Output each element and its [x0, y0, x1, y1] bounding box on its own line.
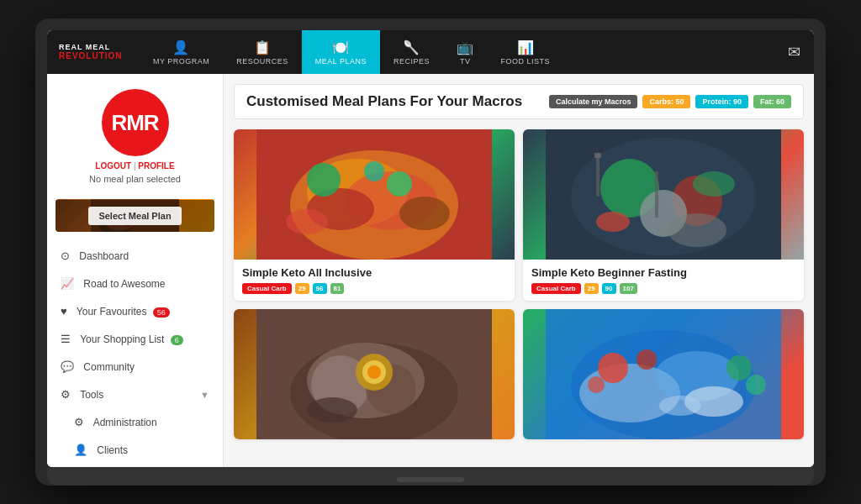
brand-logo: REAL MEAL REVOLUTION	[47, 44, 140, 61]
sidebar-item-tools[interactable]: ⚙ Tools ▼	[47, 381, 223, 408]
select-meal-button[interactable]: Select Meal Plan	[88, 207, 181, 225]
meal-card-2[interactable]	[234, 309, 515, 439]
sidebar-item-road-to-awesome[interactable]: 📈 Road to Awesome	[47, 270, 223, 297]
meal-card-img-2	[234, 309, 515, 439]
favourites-label: Your Favourites	[77, 306, 147, 318]
brand-line2: REVOLUTION	[59, 51, 128, 60]
nav-label-my-program: MY PROGRAM	[153, 57, 209, 66]
protein-button[interactable]: Protein: 90	[695, 95, 748, 108]
food-lists-icon: 📊	[517, 39, 535, 55]
tag-casual-1: Casual Carb	[531, 283, 581, 294]
nav-item-tv[interactable]: 📺 TV	[443, 30, 488, 74]
favourites-icon: ♥	[61, 305, 67, 318]
tools-chevron-icon: ▼	[200, 390, 209, 400]
food-svg-3	[234, 309, 515, 439]
meal-card-img-3	[523, 309, 804, 439]
tools-icon: ⚙	[61, 388, 71, 401]
rmr-logo: RMR	[102, 89, 169, 156]
favourites-badge: 56	[153, 307, 170, 318]
meal-preview-overlay: Select Meal Plan	[55, 200, 214, 232]
shopping-label: Your Shopping List	[80, 333, 164, 345]
nav-label-resources: RESOURCES	[236, 57, 288, 66]
nav-label-meal-plans: MEAL PLANS	[315, 57, 367, 66]
profile-link[interactable]: PROFILE	[138, 161, 174, 171]
meal-plans-icon: 🍽️	[332, 39, 350, 55]
community-icon: 💬	[61, 360, 74, 373]
tools-label: Tools	[80, 389, 103, 401]
meal-card-img-1	[523, 129, 804, 260]
macro-buttons: Calculate my Macros Carbs: 50 Protein: 9…	[549, 95, 791, 108]
tag-fat-1: 107	[620, 283, 637, 294]
resources-icon: 📋	[254, 39, 272, 55]
carbs-button[interactable]: Carbs: 50	[642, 95, 690, 108]
main-content: Customised Meal Plans For Your Macros Ca…	[224, 74, 814, 467]
nav-item-recipes[interactable]: 🥄 RECIPES	[380, 30, 443, 74]
meal-card-tags-1: Casual Carb 29 90 107	[531, 283, 795, 294]
recipes-icon: 🥄	[403, 39, 420, 55]
sidebar: RMR LOGOUT | PROFILE No meal plan select…	[47, 74, 224, 467]
laptop-frame: REAL MEAL REVOLUTION 👤 MY PROGRAM 📋 RESO…	[35, 18, 826, 486]
meal-preview-image[interactable]: Select Meal Plan	[55, 199, 214, 232]
tag-protein-1: 90	[602, 283, 616, 294]
meal-card-info-1: Simple Keto Beginner Fasting Casual Carb…	[523, 260, 804, 301]
meal-card-img-0	[234, 129, 515, 260]
laptop-base	[47, 467, 814, 486]
road-icon: 📈	[61, 277, 74, 290]
sidebar-item-favourites[interactable]: ♥ Your Favourites 56	[47, 297, 223, 325]
dashboard-icon: ⊙	[61, 249, 70, 262]
sidebar-item-shopping-list[interactable]: ☰ Your Shopping List 6	[47, 325, 223, 353]
tag-protein-0: 96	[313, 283, 327, 294]
food-svg-1	[234, 129, 515, 260]
clients-label: Clients	[97, 444, 128, 456]
svg-rect-41	[256, 309, 492, 439]
meal-card-title-1: Simple Keto Beginner Fasting	[531, 266, 795, 279]
svg-rect-54	[546, 309, 781, 439]
no-meal-text: No meal plan selected	[89, 174, 181, 184]
laptop-notch	[397, 477, 464, 482]
meal-card-title-0: Simple Keto All Inclusive	[242, 266, 506, 279]
nav-item-meal-plans[interactable]: 🍽️ MEAL PLANS	[302, 30, 380, 74]
shopping-badge: 6	[171, 335, 183, 345]
mail-button[interactable]: ✉	[774, 43, 814, 61]
sidebar-item-community[interactable]: 💬 Community	[47, 353, 223, 381]
meal-card-0[interactable]: Simple Keto All Inclusive Casual Carb 29…	[234, 129, 515, 301]
food-svg-4	[523, 309, 804, 439]
sidebar-item-dashboard[interactable]: ⊙ Dashboard	[47, 242, 223, 270]
mail-icon: ✉	[788, 44, 800, 60]
page-title: Customised Meal Plans For Your Macros	[246, 93, 549, 110]
meal-cards-grid: Simple Keto All Inclusive Casual Carb 29…	[234, 129, 804, 439]
tag-carb-1: 29	[584, 283, 599, 294]
sidebar-logo-area: RMR LOGOUT | PROFILE No meal plan select…	[47, 74, 223, 192]
fat-button[interactable]: Fat: 60	[753, 95, 791, 108]
nav-label-food-lists: FOOD LISTS	[501, 57, 551, 66]
main-area: RMR LOGOUT | PROFILE No meal plan select…	[47, 74, 814, 467]
community-label: Community	[83, 361, 135, 373]
sidebar-item-administration[interactable]: ⚙ Administration	[47, 408, 223, 436]
nav-label-recipes: RECIPES	[394, 57, 430, 66]
road-label: Road to Awesome	[83, 278, 165, 290]
nav-item-food-lists[interactable]: 📊 FOOD LISTS	[488, 30, 564, 74]
clients-icon: 👤	[74, 444, 87, 456]
screen: REAL MEAL REVOLUTION 👤 MY PROGRAM 📋 RESO…	[47, 30, 814, 467]
nav-item-resources[interactable]: 📋 RESOURCES	[223, 30, 302, 74]
top-nav: REAL MEAL REVOLUTION 👤 MY PROGRAM 📋 RESO…	[47, 30, 814, 74]
nav-item-my-program[interactable]: 👤 MY PROGRAM	[140, 30, 223, 74]
brand-line1: REAL MEAL	[59, 44, 128, 52]
meal-card-tags-0: Casual Carb 29 96 81	[242, 283, 506, 294]
meal-card-3[interactable]	[523, 309, 804, 439]
meal-card-1[interactable]: Simple Keto Beginner Fasting Casual Carb…	[523, 129, 804, 301]
meal-card-info-0: Simple Keto All Inclusive Casual Carb 29…	[234, 260, 515, 301]
sidebar-item-clients[interactable]: 👤 Clients	[47, 436, 223, 464]
dashboard-label: Dashboard	[79, 250, 129, 262]
admin-icon: ⚙	[74, 416, 84, 428]
nav-items-container: 👤 MY PROGRAM 📋 RESOURCES 🍽️ MEAL PLANS 🥄…	[140, 30, 814, 74]
shopping-icon: ☰	[61, 333, 71, 345]
content-header: Customised Meal Plans For Your Macros Ca…	[234, 84, 804, 119]
logout-link[interactable]: LOGOUT	[95, 161, 131, 171]
tag-fat-0: 81	[330, 283, 345, 294]
sidebar-auth-links: LOGOUT | PROFILE	[95, 161, 174, 171]
food-svg-2	[523, 129, 804, 260]
auth-separator: |	[134, 161, 136, 171]
my-program-icon: 👤	[172, 39, 190, 55]
calc-macros-button[interactable]: Calculate my Macros	[549, 95, 638, 108]
